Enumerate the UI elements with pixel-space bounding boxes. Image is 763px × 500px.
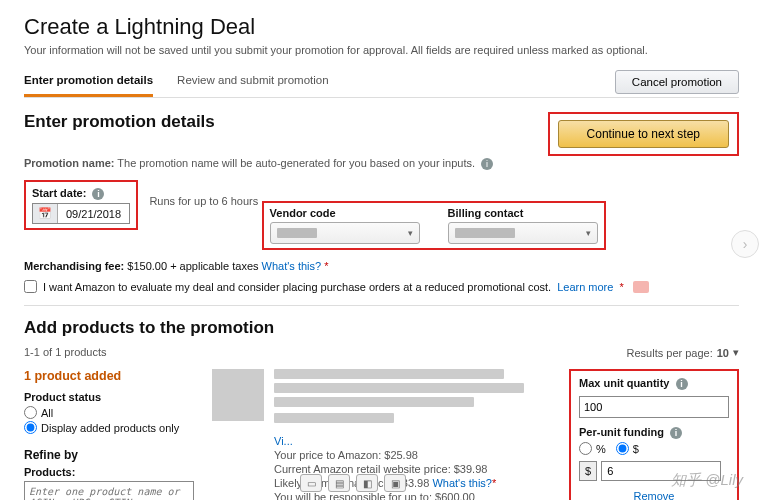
cancel-promotion-button[interactable]: Cancel promotion (615, 70, 739, 94)
footer-toolbar: ▭ ▤ ◧ ▣ (300, 474, 406, 492)
status-all-label: All (41, 407, 53, 419)
max-qty-label: Max unit quantity (579, 377, 669, 389)
remove-link[interactable]: Remove (634, 490, 675, 500)
product-thumbnail (212, 369, 264, 421)
whats-this-link-2[interactable]: What's this? (432, 477, 492, 489)
product-count: 1-1 of 1 products (24, 346, 107, 359)
watermark: 知乎 @Lily (671, 471, 743, 490)
max-qty-input[interactable] (579, 396, 729, 418)
merch-fee-label: Merchandising fee: (24, 260, 124, 272)
add-products-heading: Add products to the promotion (24, 318, 739, 338)
calendar-icon[interactable]: 📅 (33, 204, 58, 223)
dollar-label: $ (633, 443, 639, 455)
info-icon[interactable]: i (670, 427, 682, 439)
billing-contact-select[interactable]: ▾ (448, 222, 598, 244)
promo-name-label: Promotion name: (24, 157, 114, 169)
info-icon[interactable]: i (676, 378, 688, 390)
footer-icon-1[interactable]: ▭ (300, 474, 322, 492)
evaluate-deal-checkbox[interactable] (24, 280, 37, 293)
start-date-input[interactable]: 📅 09/21/2018 (32, 203, 130, 224)
status-added-radio[interactable] (24, 421, 37, 434)
footer-icon-3[interactable]: ◧ (356, 474, 378, 492)
rpp-label: Results per page: (627, 347, 713, 359)
highlight-marker (633, 281, 649, 293)
info-icon[interactable]: i (92, 188, 104, 200)
evaluate-deal-label: I want Amazon to evaluate my deal and co… (43, 281, 551, 293)
promo-name-note: The promotion name will be auto-generate… (117, 157, 475, 169)
funding-percent-radio[interactable] (579, 442, 592, 455)
vendor-code-select[interactable]: ▾ (270, 222, 420, 244)
product-status-label: Product status (24, 391, 194, 403)
refine-by-heading: Refine by (24, 448, 194, 462)
products-filter-label: Products: (24, 466, 194, 478)
tab-review-submit[interactable]: Review and submit promotion (177, 66, 329, 97)
currency-prefix: $ (579, 461, 597, 481)
tab-bar: Enter promotion details Review and submi… (24, 66, 329, 97)
rpp-value[interactable]: 10 (717, 347, 729, 359)
whats-this-link[interactable]: What's this? (262, 260, 322, 272)
tab-enter-details[interactable]: Enter promotion details (24, 66, 153, 97)
billing-contact-label: Billing contact (448, 207, 598, 219)
responsible-amount: You will be responsible for up to: $600.… (274, 491, 551, 500)
required-asterisk: * (324, 260, 328, 272)
runs-note: Runs for up to 6 hours (149, 195, 258, 207)
start-date-label: Start date: (32, 187, 86, 199)
percent-label: % (596, 443, 606, 455)
footer-icon-2[interactable]: ▤ (328, 474, 350, 492)
learn-more-link[interactable]: Learn more (557, 281, 613, 293)
enter-details-heading: Enter promotion details (24, 112, 215, 132)
continue-button[interactable]: Continue to next step (558, 120, 729, 148)
status-added-label: Display added products only (41, 422, 179, 434)
required-asterisk: * (619, 281, 623, 293)
merch-fee-value: $150.00 + applicable taxes (127, 260, 258, 272)
status-all-radio[interactable] (24, 406, 37, 419)
product-vi-link[interactable]: Vi... (274, 435, 293, 447)
price-to-amazon: Your price to Amazon: $25.98 (274, 449, 551, 461)
funding-dollar-radio[interactable] (616, 442, 629, 455)
start-date-value: 09/21/2018 (58, 205, 129, 223)
info-icon[interactable]: i (481, 158, 493, 170)
products-added-count: 1 product added (24, 369, 194, 383)
product-search-input[interactable] (24, 481, 194, 500)
page-subtitle: Your information will not be saved until… (24, 44, 739, 56)
page-title: Create a Lightning Deal (24, 14, 739, 40)
chevron-down-icon[interactable]: ▾ (733, 346, 739, 359)
side-nav-arrow-icon[interactable]: › (731, 230, 759, 258)
vendor-code-label: Vendor code (270, 207, 420, 219)
per-unit-funding-label: Per-unit funding (579, 426, 664, 438)
footer-icon-4[interactable]: ▣ (384, 474, 406, 492)
